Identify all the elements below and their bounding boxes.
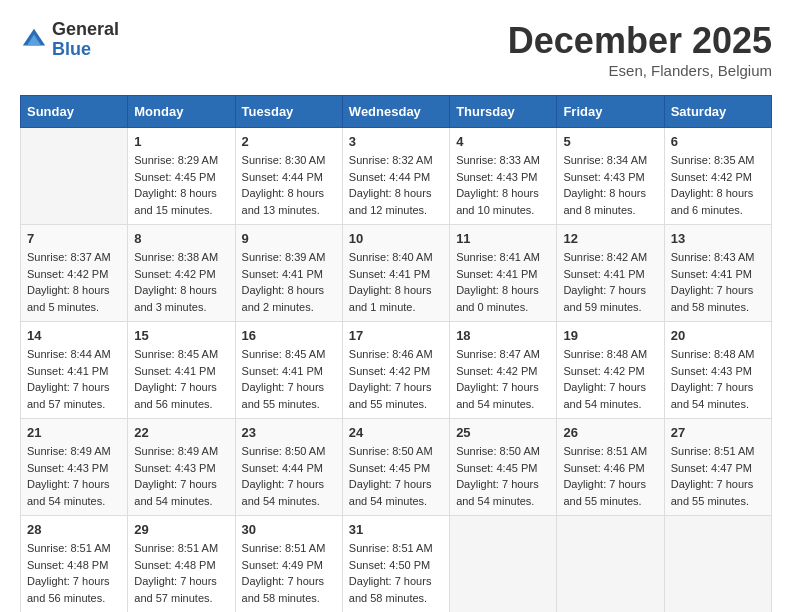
- calendar-cell: 10Sunrise: 8:40 AMSunset: 4:41 PMDayligh…: [342, 225, 449, 322]
- weekday-header: Monday: [128, 96, 235, 128]
- calendar-header: SundayMondayTuesdayWednesdayThursdayFrid…: [21, 96, 772, 128]
- calendar-cell: 7Sunrise: 8:37 AMSunset: 4:42 PMDaylight…: [21, 225, 128, 322]
- page-header: General Blue December 2025 Esen, Flander…: [20, 20, 772, 79]
- day-info: Sunrise: 8:49 AMSunset: 4:43 PMDaylight:…: [27, 443, 121, 509]
- calendar-cell: 24Sunrise: 8:50 AMSunset: 4:45 PMDayligh…: [342, 419, 449, 516]
- day-number: 7: [27, 231, 121, 246]
- day-info: Sunrise: 8:37 AMSunset: 4:42 PMDaylight:…: [27, 249, 121, 315]
- calendar-week-row: 28Sunrise: 8:51 AMSunset: 4:48 PMDayligh…: [21, 516, 772, 613]
- day-info: Sunrise: 8:50 AMSunset: 4:44 PMDaylight:…: [242, 443, 336, 509]
- day-info: Sunrise: 8:51 AMSunset: 4:47 PMDaylight:…: [671, 443, 765, 509]
- day-number: 20: [671, 328, 765, 343]
- calendar-cell: 12Sunrise: 8:42 AMSunset: 4:41 PMDayligh…: [557, 225, 664, 322]
- day-number: 28: [27, 522, 121, 537]
- logo-text: General Blue: [52, 20, 119, 60]
- day-info: Sunrise: 8:38 AMSunset: 4:42 PMDaylight:…: [134, 249, 228, 315]
- day-info: Sunrise: 8:51 AMSunset: 4:46 PMDaylight:…: [563, 443, 657, 509]
- day-info: Sunrise: 8:45 AMSunset: 4:41 PMDaylight:…: [134, 346, 228, 412]
- weekday-header: Tuesday: [235, 96, 342, 128]
- day-info: Sunrise: 8:51 AMSunset: 4:49 PMDaylight:…: [242, 540, 336, 606]
- calendar-cell: 5Sunrise: 8:34 AMSunset: 4:43 PMDaylight…: [557, 128, 664, 225]
- calendar-cell: [664, 516, 771, 613]
- weekday-header: Wednesday: [342, 96, 449, 128]
- day-number: 14: [27, 328, 121, 343]
- calendar-cell: 31Sunrise: 8:51 AMSunset: 4:50 PMDayligh…: [342, 516, 449, 613]
- day-number: 1: [134, 134, 228, 149]
- day-info: Sunrise: 8:32 AMSunset: 4:44 PMDaylight:…: [349, 152, 443, 218]
- calendar-cell: 29Sunrise: 8:51 AMSunset: 4:48 PMDayligh…: [128, 516, 235, 613]
- calendar-cell: 11Sunrise: 8:41 AMSunset: 4:41 PMDayligh…: [450, 225, 557, 322]
- calendar-week-row: 1Sunrise: 8:29 AMSunset: 4:45 PMDaylight…: [21, 128, 772, 225]
- calendar-table: SundayMondayTuesdayWednesdayThursdayFrid…: [20, 95, 772, 612]
- calendar-cell: 6Sunrise: 8:35 AMSunset: 4:42 PMDaylight…: [664, 128, 771, 225]
- day-info: Sunrise: 8:46 AMSunset: 4:42 PMDaylight:…: [349, 346, 443, 412]
- day-info: Sunrise: 8:29 AMSunset: 4:45 PMDaylight:…: [134, 152, 228, 218]
- day-info: Sunrise: 8:49 AMSunset: 4:43 PMDaylight:…: [134, 443, 228, 509]
- calendar-cell: [450, 516, 557, 613]
- day-number: 5: [563, 134, 657, 149]
- location: Esen, Flanders, Belgium: [508, 62, 772, 79]
- calendar-cell: 27Sunrise: 8:51 AMSunset: 4:47 PMDayligh…: [664, 419, 771, 516]
- calendar-cell: [21, 128, 128, 225]
- day-number: 21: [27, 425, 121, 440]
- calendar-cell: 2Sunrise: 8:30 AMSunset: 4:44 PMDaylight…: [235, 128, 342, 225]
- day-info: Sunrise: 8:51 AMSunset: 4:50 PMDaylight:…: [349, 540, 443, 606]
- day-info: Sunrise: 8:43 AMSunset: 4:41 PMDaylight:…: [671, 249, 765, 315]
- day-number: 6: [671, 134, 765, 149]
- day-number: 9: [242, 231, 336, 246]
- day-info: Sunrise: 8:42 AMSunset: 4:41 PMDaylight:…: [563, 249, 657, 315]
- logo: General Blue: [20, 20, 119, 60]
- calendar-cell: [557, 516, 664, 613]
- day-info: Sunrise: 8:50 AMSunset: 4:45 PMDaylight:…: [349, 443, 443, 509]
- calendar-cell: 18Sunrise: 8:47 AMSunset: 4:42 PMDayligh…: [450, 322, 557, 419]
- calendar-cell: 26Sunrise: 8:51 AMSunset: 4:46 PMDayligh…: [557, 419, 664, 516]
- weekday-header: Sunday: [21, 96, 128, 128]
- day-number: 25: [456, 425, 550, 440]
- day-info: Sunrise: 8:39 AMSunset: 4:41 PMDaylight:…: [242, 249, 336, 315]
- day-number: 10: [349, 231, 443, 246]
- day-info: Sunrise: 8:34 AMSunset: 4:43 PMDaylight:…: [563, 152, 657, 218]
- calendar-cell: 9Sunrise: 8:39 AMSunset: 4:41 PMDaylight…: [235, 225, 342, 322]
- weekday-header: Thursday: [450, 96, 557, 128]
- calendar-cell: 20Sunrise: 8:48 AMSunset: 4:43 PMDayligh…: [664, 322, 771, 419]
- weekday-header: Friday: [557, 96, 664, 128]
- day-number: 2: [242, 134, 336, 149]
- calendar-cell: 4Sunrise: 8:33 AMSunset: 4:43 PMDaylight…: [450, 128, 557, 225]
- day-info: Sunrise: 8:35 AMSunset: 4:42 PMDaylight:…: [671, 152, 765, 218]
- logo-icon: [20, 26, 48, 54]
- day-number: 29: [134, 522, 228, 537]
- calendar-week-row: 21Sunrise: 8:49 AMSunset: 4:43 PMDayligh…: [21, 419, 772, 516]
- day-number: 15: [134, 328, 228, 343]
- day-number: 8: [134, 231, 228, 246]
- day-number: 23: [242, 425, 336, 440]
- calendar-cell: 30Sunrise: 8:51 AMSunset: 4:49 PMDayligh…: [235, 516, 342, 613]
- day-info: Sunrise: 8:51 AMSunset: 4:48 PMDaylight:…: [27, 540, 121, 606]
- calendar-cell: 13Sunrise: 8:43 AMSunset: 4:41 PMDayligh…: [664, 225, 771, 322]
- day-number: 16: [242, 328, 336, 343]
- day-number: 13: [671, 231, 765, 246]
- calendar-week-row: 7Sunrise: 8:37 AMSunset: 4:42 PMDaylight…: [21, 225, 772, 322]
- month-title: December 2025: [508, 20, 772, 62]
- calendar-cell: 21Sunrise: 8:49 AMSunset: 4:43 PMDayligh…: [21, 419, 128, 516]
- day-info: Sunrise: 8:40 AMSunset: 4:41 PMDaylight:…: [349, 249, 443, 315]
- day-number: 24: [349, 425, 443, 440]
- calendar-cell: 17Sunrise: 8:46 AMSunset: 4:42 PMDayligh…: [342, 322, 449, 419]
- logo-blue: Blue: [52, 40, 119, 60]
- day-info: Sunrise: 8:50 AMSunset: 4:45 PMDaylight:…: [456, 443, 550, 509]
- calendar-cell: 25Sunrise: 8:50 AMSunset: 4:45 PMDayligh…: [450, 419, 557, 516]
- day-number: 31: [349, 522, 443, 537]
- day-number: 18: [456, 328, 550, 343]
- day-info: Sunrise: 8:45 AMSunset: 4:41 PMDaylight:…: [242, 346, 336, 412]
- calendar-cell: 15Sunrise: 8:45 AMSunset: 4:41 PMDayligh…: [128, 322, 235, 419]
- calendar-cell: 8Sunrise: 8:38 AMSunset: 4:42 PMDaylight…: [128, 225, 235, 322]
- calendar-cell: 1Sunrise: 8:29 AMSunset: 4:45 PMDaylight…: [128, 128, 235, 225]
- day-info: Sunrise: 8:51 AMSunset: 4:48 PMDaylight:…: [134, 540, 228, 606]
- weekday-row: SundayMondayTuesdayWednesdayThursdayFrid…: [21, 96, 772, 128]
- day-info: Sunrise: 8:44 AMSunset: 4:41 PMDaylight:…: [27, 346, 121, 412]
- calendar-cell: 16Sunrise: 8:45 AMSunset: 4:41 PMDayligh…: [235, 322, 342, 419]
- day-info: Sunrise: 8:48 AMSunset: 4:43 PMDaylight:…: [671, 346, 765, 412]
- day-number: 22: [134, 425, 228, 440]
- day-number: 27: [671, 425, 765, 440]
- logo-general: General: [52, 20, 119, 40]
- day-number: 17: [349, 328, 443, 343]
